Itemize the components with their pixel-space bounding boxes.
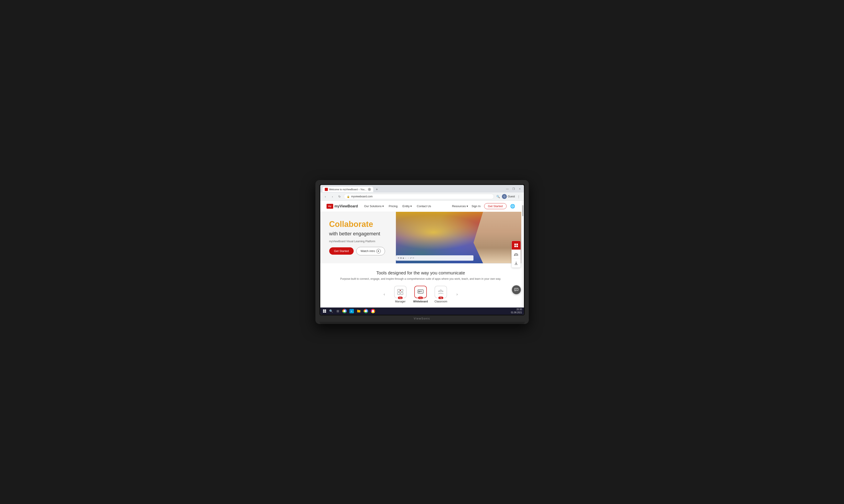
hero-headline: Collaborate [329,220,387,229]
play-icon: ▶ [376,249,381,253]
hero-buttons: Get Started Watch intro ▶ [329,247,387,255]
profile-label: Guest [508,195,515,198]
chrome-icon-3 [371,309,375,313]
monitor-shell: Welcome to myViewBoard – You... × + — ❐ … [315,180,529,324]
tool-item-classroom[interactable]: my Classroom [434,286,447,303]
classroom-icon-wrap: my [434,286,447,298]
nav-contact-us[interactable]: Contact Us [417,203,431,209]
url-display: myviewboard.com [351,195,373,198]
chrome-icon [342,309,347,313]
side-panel-app-btn[interactable] [512,241,521,250]
chat-icon [514,288,519,292]
tools-section: Tools designed for the way you communica… [320,263,521,307]
nav-our-solutions[interactable]: Our Solutions ▾ [364,203,384,209]
tab-title: Welcome to myViewBoard – You... [329,188,366,191]
download-icon [514,261,518,265]
forward-btn[interactable]: › [330,194,335,199]
carousel-prev-btn[interactable]: ‹ [381,291,387,298]
manager-label: Manager [395,300,406,303]
site-nav: my myViewBoard Our Solutions ▾ Pricing [320,201,521,212]
profile-avatar: G [502,194,507,199]
site-scrollbar-thumb [522,205,523,216]
classroom-badge: my [438,296,444,299]
hero-section: Collaborate with better engagement myVie… [320,212,521,263]
svg-rect-10 [514,244,516,245]
window-minimize-btn[interactable]: — [506,187,509,191]
taskbar-search-btn[interactable]: 🔍 [328,309,334,313]
svg-rect-14 [514,255,518,255]
nav-entity[interactable]: Entity ▾ [402,203,412,209]
address-bar[interactable]: 🔒 myviewboard.com [344,194,494,199]
windows-start-btn[interactable] [322,309,327,313]
edge-icon: e [349,309,354,313]
site-logo: my myViewBoard [327,204,358,209]
tools-title: Tools designed for the way you communica… [325,270,517,275]
tab-favicon [325,188,328,191]
nav-get-started-btn[interactable]: Get Started [484,203,506,209]
back-btn[interactable]: ‹ [323,194,328,199]
manager-badge: my [398,296,403,299]
nav-signin[interactable]: Sign In [472,204,481,208]
svg-rect-13 [516,246,518,247]
logo-text: myViewBoard [334,204,358,208]
profile-btn[interactable]: G Guest [502,194,515,199]
browser-actions: 🔍 G Guest ⋮ [495,194,521,199]
taskbar-task-view-btn[interactable]: ⊞ [335,308,341,314]
side-panel-download-btn[interactable] [512,259,521,268]
refresh-btn[interactable]: ↻ [337,194,343,199]
new-tab-btn[interactable]: + [374,186,380,193]
tool-item-manager[interactable]: my Manager [394,286,407,303]
window-restore-btn[interactable]: ❐ [512,187,515,191]
nav-right: Resources ▾ Sign In Get Started 🌐 [452,203,515,209]
manager-icon-wrap: my [394,286,407,298]
browser-tab[interactable]: Welcome to myViewBoard – You... × [323,187,373,192]
svg-rect-12 [514,246,516,247]
taskbar-chrome-btn[interactable] [342,308,347,314]
taskbar-app-icons: e [342,308,376,314]
svg-point-6 [418,291,420,292]
hero-description: myViewBoard Visual Learning Platform [329,240,387,243]
site-scrollbar[interactable] [522,201,524,307]
taskbar-chrome3-btn[interactable] [370,308,376,314]
chrome-icon-2 [364,309,368,313]
side-panel-cast-btn[interactable] [512,250,521,259]
hero-get-started-btn[interactable]: Get Started [329,247,354,255]
svg-point-4 [400,290,401,291]
windows-taskbar: 🔍 ⊞ e [320,307,524,314]
search-btn[interactable]: 🔍 [495,194,501,199]
whiteboard-icon-wrap: my [414,286,427,298]
classroom-label: Classroom [434,300,447,303]
classroom-icon [437,289,444,295]
taskbar-clock: 20:30 01.08.2021 [511,308,522,314]
chat-fab-btn[interactable] [512,285,521,294]
tool-item-whiteboard[interactable]: my Whiteboard [413,286,428,303]
globe-icon[interactable]: 🌐 [510,204,515,209]
svg-point-8 [438,291,440,292]
folder-icon [357,309,361,313]
taskbar-explorer-btn[interactable] [356,308,361,314]
browser-titlebar: Welcome to myViewBoard – You... × + — ❐ … [320,185,524,193]
nav-resources[interactable]: Resources ▾ [452,204,468,208]
hero-subtitle: with better engagement [329,231,387,237]
monitor-brand: ViewSonic [320,316,525,322]
svg-rect-2 [401,289,403,291]
svg-rect-3 [401,292,403,295]
logo-icon: my [327,204,333,209]
app-toolbar-strip: ✛ ⊞ ◈ ← → ✔ ✂ [396,255,474,260]
cast-icon [514,252,518,256]
window-controls: — ❐ × [506,187,522,192]
hero-watch-intro-btn[interactable]: Watch intro ▶ [356,247,385,255]
screen-bezel: Welcome to myViewBoard – You... × + — ❐ … [320,184,525,316]
carousel-next-btn[interactable]: › [454,291,460,298]
chevron-down-icon: ▾ [410,204,412,208]
svg-rect-11 [516,244,518,245]
svg-point-9 [442,291,443,292]
window-close-btn[interactable]: × [518,187,522,191]
menu-btn[interactable]: ⋮ [516,194,522,199]
nav-links: Our Solutions ▾ Pricing Entity ▾ Contact… [364,203,431,209]
tab-close-btn[interactable]: × [368,188,371,191]
svg-rect-0 [398,289,400,291]
nav-pricing[interactable]: Pricing [389,203,398,209]
taskbar-edge-btn[interactable]: e [349,308,354,314]
taskbar-chrome2-btn[interactable] [363,308,368,314]
